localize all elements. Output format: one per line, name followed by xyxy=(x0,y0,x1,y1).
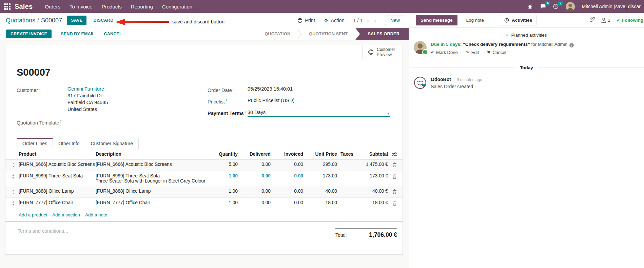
user-name[interactable]: Mitchell Admin (save_discar xyxy=(582,4,641,9)
cell-delivered[interactable]: 0.00 xyxy=(238,189,271,194)
cell-quantity[interactable]: 5.00 xyxy=(202,162,238,167)
odoobot-avatar[interactable] xyxy=(414,76,427,89)
add-a-section-link[interactable]: Add a section xyxy=(52,212,80,217)
user-avatar[interactable] xyxy=(566,2,575,11)
cancel-activity-button[interactable]: ✖ Cancel xyxy=(487,50,506,55)
cancel-button[interactable]: CANCEL xyxy=(104,32,122,36)
help-marker[interactable]: ? xyxy=(226,98,227,102)
pager-next-icon[interactable]: › xyxy=(374,18,376,23)
cell-invoiced[interactable]: 0.00 xyxy=(271,173,303,178)
column-options-icon[interactable] xyxy=(388,152,401,157)
print-button[interactable]: Print xyxy=(297,18,315,23)
send-message-button[interactable]: Send message xyxy=(416,15,457,25)
menu-orders[interactable]: Orders xyxy=(45,4,60,9)
drag-handle-icon[interactable] xyxy=(12,190,15,194)
menu-configuration[interactable]: Configuration xyxy=(162,4,192,9)
delete-row-icon[interactable] xyxy=(392,162,397,167)
menu-products[interactable]: Products xyxy=(102,4,122,9)
cell-quantity[interactable]: 1.00 xyxy=(202,200,238,205)
terms-placeholder[interactable]: Terms and conditions... xyxy=(18,228,68,254)
pager-previous-icon[interactable]: ‹ xyxy=(367,18,369,23)
cell-unit-price[interactable]: 18.00 xyxy=(303,200,337,205)
tab-customer-signature[interactable]: Customer Signature xyxy=(85,138,139,149)
table-row[interactable]: [FURN_8999] Three-Seat Sofa [FURN_8999] … xyxy=(5,171,403,186)
status-quotation-sent[interactable]: QUOTATION SENT xyxy=(301,28,355,40)
cell-quantity[interactable]: 1.00 xyxy=(202,189,238,194)
following-button[interactable]: ✔ Following xyxy=(617,18,643,23)
apps-grid-icon[interactable] xyxy=(4,3,11,10)
table-row[interactable]: [FURN_7777] Office Chair [FURN_7777] Off… xyxy=(5,198,403,209)
cell-unit-price[interactable]: 173.00 xyxy=(303,173,337,178)
quotation-template-field[interactable]: Quotation Template? xyxy=(17,118,208,126)
cell-delivered[interactable]: 0.00 xyxy=(238,162,271,167)
cell-delivered[interactable]: 0.00 xyxy=(238,200,271,205)
planned-activities-header[interactable]: ▾ Planned activities xyxy=(412,33,641,38)
table-row[interactable]: [FURN_6666] Acoustic Bloc Screens [FURN_… xyxy=(5,159,403,171)
create-invoice-button[interactable]: CREATE INVOICE xyxy=(6,30,52,38)
col-delivered[interactable]: Delivered xyxy=(238,152,271,157)
debug-bug-icon[interactable] xyxy=(527,3,533,9)
breadcrumb-parent[interactable]: Quotations xyxy=(6,17,35,24)
dropdown-caret-icon[interactable]: ▾ xyxy=(387,111,389,116)
cell-invoiced[interactable]: 0.00 xyxy=(271,200,303,205)
delete-row-icon[interactable] xyxy=(392,200,397,206)
menu-to-invoice[interactable]: To Invoice xyxy=(70,4,93,9)
help-marker[interactable]: ? xyxy=(60,119,61,123)
cell-product[interactable]: [FURN_8888] Office Lamp xyxy=(19,189,96,194)
col-invoiced[interactable]: Invoiced xyxy=(271,152,303,157)
col-quantity[interactable]: Quantity xyxy=(202,152,238,157)
delete-row-icon[interactable] xyxy=(392,174,397,179)
help-marker[interactable]: ? xyxy=(233,87,234,91)
cell-unit-price[interactable]: 295.00 xyxy=(303,162,337,167)
cell-description[interactable]: [FURN_8999] Three-Seat SofaThree Seater … xyxy=(96,173,202,184)
app-title[interactable]: Sales xyxy=(15,3,33,11)
activities-clock-icon[interactable]: 2 xyxy=(553,3,559,9)
edit-activity-button[interactable]: ✎ Edit xyxy=(466,50,479,55)
table-row[interactable]: [FURN_8888] Office Lamp [FURN_8888] Offi… xyxy=(5,186,403,198)
drag-handle-icon[interactable] xyxy=(12,163,15,167)
help-marker[interactable]: ? xyxy=(245,110,247,114)
customer-link[interactable]: Gemini Furniture xyxy=(67,86,104,92)
status-quotation[interactable]: QUOTATION xyxy=(257,28,298,40)
status-sales-order[interactable]: SALES ORDER xyxy=(355,28,409,40)
followers-button[interactable]: 2 xyxy=(601,18,610,23)
col-unit-price[interactable]: Unit Price xyxy=(303,152,337,157)
add-a-note-link[interactable]: Add a note xyxy=(85,212,107,217)
col-subtotal[interactable]: Subtotal xyxy=(356,152,388,157)
tab-other-info[interactable]: Other Info xyxy=(53,138,85,149)
log-note-button[interactable]: Log note xyxy=(466,18,484,23)
col-product[interactable]: Product xyxy=(19,152,96,157)
attachments-paperclip-icon[interactable] xyxy=(590,17,595,24)
save-button[interactable]: SAVE xyxy=(67,16,86,25)
order-date-value[interactable]: 05/25/2023 15:40:01 xyxy=(248,85,293,94)
send-by-email-button[interactable]: SEND BY EMAIL xyxy=(61,32,95,36)
payment-terms-input[interactable]: 30 Days ▾ xyxy=(248,109,390,117)
pricelist-value[interactable]: Public Pricelist (USD) xyxy=(248,97,295,105)
menu-reporting[interactable]: Reporting xyxy=(131,4,153,9)
info-icon[interactable] xyxy=(569,43,574,47)
add-a-product-link[interactable]: Add a product xyxy=(19,212,47,217)
avatar[interactable] xyxy=(414,41,427,54)
cell-invoiced[interactable]: 0.00 xyxy=(271,189,303,194)
activities-button[interactable]: Activities xyxy=(500,15,536,25)
cell-product[interactable]: [FURN_7777] Office Chair xyxy=(19,200,96,205)
discard-button[interactable]: DISCARD xyxy=(93,18,113,23)
cell-description[interactable]: [FURN_6666] Acoustic Bloc Screens xyxy=(96,162,202,167)
delete-row-icon[interactable] xyxy=(392,189,397,194)
cell-unit-price[interactable]: 40.00 xyxy=(303,189,337,194)
new-button[interactable]: New xyxy=(385,16,405,25)
messages-icon[interactable]: 4 xyxy=(540,3,546,9)
cell-quantity[interactable]: 1.00 xyxy=(202,173,238,178)
tab-order-lines[interactable]: Order Lines xyxy=(17,138,53,149)
drag-handle-icon[interactable] xyxy=(12,201,15,206)
drag-handle-icon[interactable] xyxy=(12,174,15,179)
mark-done-button[interactable]: ✔ Mark Done xyxy=(431,50,458,55)
cell-delivered[interactable]: 0.00 xyxy=(238,173,271,178)
cell-product[interactable]: [FURN_8999] Three-Seat Sofa xyxy=(19,173,96,178)
cell-invoiced[interactable]: 0.00 xyxy=(271,162,303,167)
customer-preview-button[interactable]: Customer Preview xyxy=(362,45,403,59)
message-author[interactable]: OdooBot xyxy=(431,77,451,82)
col-taxes[interactable]: Taxes xyxy=(337,152,356,157)
cell-description[interactable]: [FURN_7777] Office Chair xyxy=(96,200,202,205)
cell-description[interactable]: [FURN_8888] Office Lamp xyxy=(96,189,202,194)
